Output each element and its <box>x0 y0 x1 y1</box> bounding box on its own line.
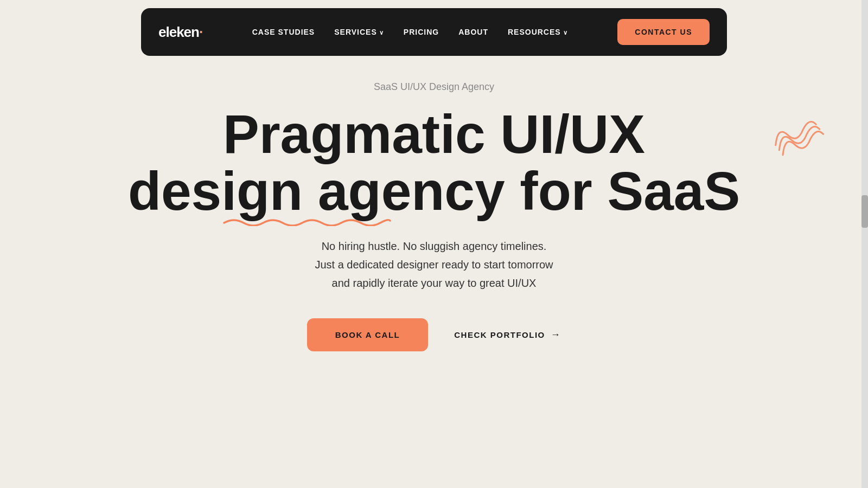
nav-item-case-studies[interactable]: CASE STUDIES <box>252 27 315 37</box>
hero-actions: BOOK A CALL CHECK PORTFOLIO → <box>307 318 561 351</box>
scrollbar-thumb[interactable] <box>861 195 868 228</box>
nav-item-resources[interactable]: RESOURCES <box>508 27 568 37</box>
logo[interactable]: eleken· <box>158 24 202 41</box>
hero-description: No hiring hustle. No sluggish agency tim… <box>315 237 553 292</box>
hero-title-line2: design agency for SaaS <box>128 163 740 220</box>
nav-item-about[interactable]: ABOUT <box>458 27 488 37</box>
hero-title-wrapper: Pragmatic UI/UX design agency for SaaS <box>128 106 740 220</box>
pricing-link[interactable]: PRICING <box>404 28 439 36</box>
logo-dot: · <box>199 24 202 40</box>
check-portfolio-label: CHECK PORTFOLIO <box>454 330 545 339</box>
scrollbar[interactable] <box>861 0 868 488</box>
resources-link[interactable]: RESOURCES <box>508 28 568 36</box>
hero-title-line1: Pragmatic UI/UX <box>128 106 740 163</box>
services-link[interactable]: SERVICES <box>334 28 384 36</box>
contact-us-button[interactable]: CONTACT US <box>617 19 710 45</box>
check-portfolio-button[interactable]: CHECK PORTFOLIO → <box>454 329 561 341</box>
nav-item-pricing[interactable]: PRICING <box>404 27 439 37</box>
decorative-swirl <box>770 118 830 164</box>
nav-item-services[interactable]: SERVICES <box>334 27 384 37</box>
nav-links: CASE STUDIES SERVICES PRICING ABOUT RESO… <box>252 27 568 37</box>
arrow-icon: → <box>551 329 561 341</box>
hero-subtitle: SaaS UI/UX Design Agency <box>374 81 494 93</box>
hero-section: SaaS UI/UX Design Agency Pragmatic UI/UX… <box>0 81 868 351</box>
book-call-button[interactable]: BOOK A CALL <box>307 318 429 351</box>
case-studies-link[interactable]: CASE STUDIES <box>252 28 315 36</box>
navbar: eleken· CASE STUDIES SERVICES PRICING AB… <box>141 8 727 56</box>
squiggle-underline <box>223 216 391 226</box>
about-link[interactable]: ABOUT <box>458 28 488 36</box>
